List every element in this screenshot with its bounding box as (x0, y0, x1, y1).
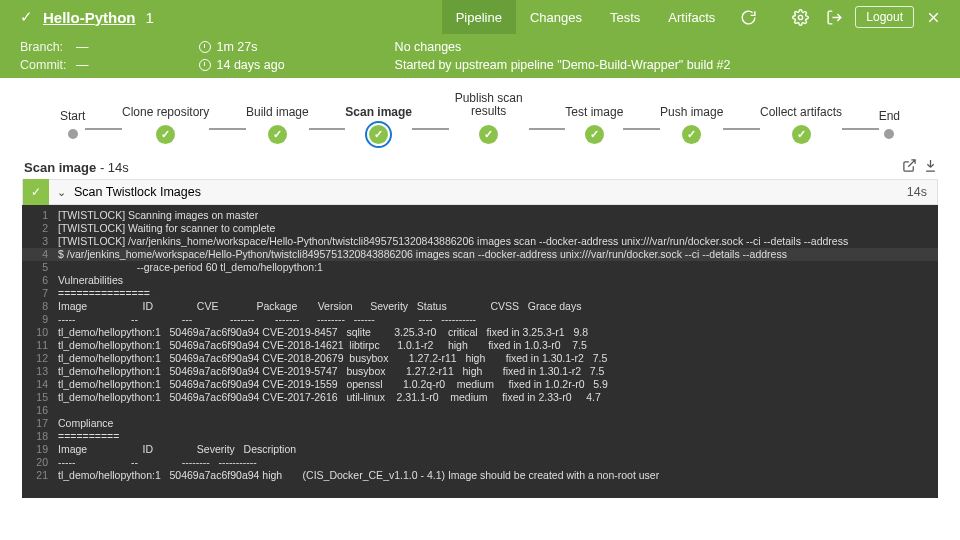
svg-point-0 (798, 15, 802, 19)
console-line: 18========== (22, 430, 938, 443)
stage-scan-image[interactable]: Scan image✓ (345, 91, 412, 144)
line-number: 12 (22, 352, 58, 365)
console-line: 4$ /var/jenkins_home/workspace/Hello-Pyt… (22, 248, 938, 261)
line-text: tl_demo/hellopython:1 50469a7ac6f90a94 C… (58, 352, 625, 365)
stage-connector (209, 128, 246, 130)
stage-label: Scan image (345, 91, 412, 119)
stage-connector (412, 128, 449, 130)
line-text: tl_demo/hellopython:1 50469a7ac6f90a94 C… (58, 391, 618, 404)
line-number: 10 (22, 326, 58, 339)
line-number: 20 (22, 456, 58, 469)
stage-connector (623, 128, 660, 130)
line-text: [TWISTLOCK] Scanning images on master (58, 209, 258, 222)
pipeline-title[interactable]: Hello-Python (43, 9, 136, 26)
stage-check-icon: ✓ (156, 125, 175, 144)
line-text: tl_demo/hellopython:1 50469a7ac6f90a94 h… (58, 469, 659, 482)
line-text: --grace-period 60 tl_demo/hellopython:1 (58, 261, 323, 274)
line-number: 7 (22, 287, 58, 300)
stage-label: Clone repository (122, 91, 209, 119)
step-duration: 14s (907, 185, 927, 199)
line-number: 1 (22, 209, 58, 222)
console-log[interactable]: 1[TWISTLOCK] Scanning images on master2[… (22, 205, 938, 498)
line-text: =============== (58, 287, 150, 300)
console-line: 15tl_demo/hellopython:1 50469a7ac6f90a94… (22, 391, 938, 404)
download-icon[interactable] (923, 158, 938, 177)
console-line: 10tl_demo/hellopython:1 50469a7ac6f90a94… (22, 326, 938, 339)
stage-check-icon: ✓ (369, 125, 388, 144)
line-number: 6 (22, 274, 58, 287)
stage-push-image[interactable]: Push image✓ (660, 91, 723, 144)
exit-icon[interactable] (819, 2, 849, 32)
tab-changes[interactable]: Changes (516, 0, 596, 34)
stage-strip: StartClone repository✓Build image✓Scan i… (0, 78, 960, 156)
age-value: 14 days ago (217, 58, 285, 72)
step-row[interactable]: ✓ ⌄ Scan Twistlock Images 14s (22, 179, 938, 205)
line-number: 13 (22, 365, 58, 378)
line-text: tl_demo/hellopython:1 50469a7ac6f90a94 C… (58, 326, 606, 339)
logout-button[interactable]: Logout (855, 6, 914, 28)
console-line: 19Image ID Severity Description (22, 443, 938, 456)
stage-collect-artifacts[interactable]: Collect artifacts✓ (760, 91, 842, 144)
console-line: 9----- -- --- ------- ------- -------- -… (22, 313, 938, 326)
stage-check-icon: ✓ (585, 125, 604, 144)
stage-publish-scan-results[interactable]: Publish scan results✓ (449, 91, 529, 144)
gear-icon[interactable] (785, 2, 815, 32)
stage-label: Build image (246, 91, 309, 119)
console-line: 12tl_demo/hellopython:1 50469a7ac6f90a94… (22, 352, 938, 365)
line-number: 14 (22, 378, 58, 391)
line-number: 16 (22, 404, 58, 417)
tab-bar: Pipeline Changes Tests Artifacts (442, 0, 730, 34)
stage-clone-repository[interactable]: Clone repository✓ (122, 91, 209, 144)
tab-pipeline[interactable]: Pipeline (442, 0, 516, 34)
line-number: 19 (22, 443, 58, 456)
console-line: 1[TWISTLOCK] Scanning images on master (22, 209, 938, 222)
stage-check-icon: ✓ (479, 125, 498, 144)
line-text: tl_demo/hellopython:1 50469a7ac6f90a94 C… (58, 378, 625, 391)
console-line: 16 (22, 404, 938, 417)
stage-dot-icon (884, 129, 894, 139)
popout-icon[interactable] (902, 158, 917, 177)
stage-start[interactable]: Start (60, 95, 85, 139)
console-line: 20----- -- -------- ----------- (22, 456, 938, 469)
stage-test-image[interactable]: Test image✓ (565, 91, 623, 144)
chevron-down-icon: ⌄ (57, 186, 66, 199)
line-number: 17 (22, 417, 58, 430)
stage-label: Publish scan results (449, 91, 529, 119)
console-line: 3[TWISTLOCK] /var/jenkins_home/workspace… (22, 235, 938, 248)
line-number: 11 (22, 339, 58, 352)
console-line: 21tl_demo/hellopython:1 50469a7ac6f90a94… (22, 469, 938, 482)
stage-end[interactable]: End (879, 95, 900, 139)
stage-label: Collect artifacts (760, 91, 842, 119)
stage-connector (723, 128, 760, 130)
line-text: Vulnerabilities (58, 274, 123, 287)
duration-value: 1m 27s (217, 40, 258, 54)
metadata-bar: Branch:— Commit:— 1m 27s 14 days ago No … (0, 34, 960, 78)
stage-connector (529, 128, 566, 130)
line-number: 4 (22, 248, 58, 261)
rerun-icon[interactable] (733, 2, 763, 32)
stage-label: End (879, 95, 900, 123)
close-icon[interactable] (918, 2, 948, 32)
stage-label: Push image (660, 91, 723, 119)
tab-artifacts[interactable]: Artifacts (654, 0, 729, 34)
stage-check-icon: ✓ (682, 125, 701, 144)
console-line: 7=============== (22, 287, 938, 300)
line-text: tl_demo/hellopython:1 50469a7ac6f90a94 C… (58, 339, 604, 352)
tab-tests[interactable]: Tests (596, 0, 654, 34)
line-number: 8 (22, 300, 58, 313)
line-number: 5 (22, 261, 58, 274)
line-text: ----- -- -------- ----------- (58, 456, 257, 469)
console-line: 6Vulnerabilities (22, 274, 938, 287)
line-number: 15 (22, 391, 58, 404)
console-line: 8Image ID CVE Package Version Severity S… (22, 300, 938, 313)
line-number: 2 (22, 222, 58, 235)
stage-connector (85, 128, 122, 130)
stage-build-image[interactable]: Build image✓ (246, 91, 309, 144)
line-number: 9 (22, 313, 58, 326)
line-number: 21 (22, 469, 58, 482)
commit-label: Commit: (20, 58, 70, 72)
run-number: 1 (146, 9, 154, 26)
stage-check-icon: ✓ (792, 125, 811, 144)
stage-label: Test image (565, 91, 623, 119)
console-line: 5 --grace-period 60 tl_demo/hellopython:… (22, 261, 938, 274)
